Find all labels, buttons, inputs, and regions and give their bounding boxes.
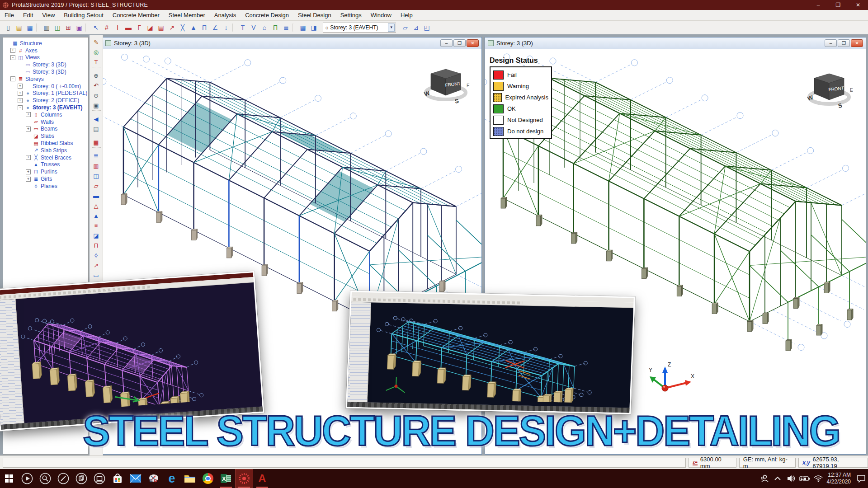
menu-item[interactable]: Settings [336,10,366,21]
tree-expand-toggle[interactable]: + [26,112,31,117]
mdi-window-title-bar[interactable]: Storey: 3 (3D) – ❐ ✕ [485,38,866,49]
tree-expand-toggle[interactable] [26,119,31,124]
search-icon[interactable] [36,469,54,488]
tree-expand-toggle[interactable] [26,141,31,146]
side-toolbar-icon[interactable]: ↗ [91,260,102,270]
tree-expand-toggle[interactable] [26,183,31,188]
tree-item[interactable]: - ◫ Views [3,54,88,61]
tree-item[interactable]: ▭ Storey: 3 (3D) [3,68,88,75]
side-toolbar-icon[interactable] [92,110,101,114]
menu-item[interactable]: Window [366,10,396,21]
side-toolbar-icon[interactable]: ⊕ [91,70,102,80]
side-toolbar-icon[interactable]: ▲ [91,211,102,221]
toolbar-icon[interactable]: ▣ [74,22,85,33]
toolbar-icon[interactable]: ↖ [90,22,101,33]
side-toolbar-icon[interactable]: ▱ [91,181,102,191]
chrome-icon[interactable] [199,469,217,488]
tree-item[interactable]: - ● Storey: 3 (EAVEHT) [3,104,88,111]
side-toolbar-icon[interactable]: ≣ [91,151,102,161]
close-button[interactable]: ✕ [848,0,868,10]
toolbar-icon[interactable]: ◰ [421,22,432,33]
menu-item[interactable]: File [0,10,19,21]
toolbar-icon[interactable]: ↓ [221,22,231,33]
toolbar-icon[interactable]: ▲ [188,22,199,33]
tree-item[interactable]: + ╳ Steel Braces [3,154,88,161]
autocad-icon[interactable]: A [253,469,271,488]
battery-icon[interactable] [798,469,811,488]
mail-icon[interactable] [127,469,145,488]
side-toolbar-icon[interactable]: ✎ [91,37,102,47]
menu-item[interactable]: Steel Design [293,10,336,21]
tree-item[interactable]: ▤ Ribbed Slabs [3,140,88,147]
side-toolbar-icon[interactable]: ◎ [91,47,102,57]
tree-expand-toggle[interactable]: + [18,91,23,96]
toolbar-icon[interactable]: T [237,22,248,33]
mdi-close-button[interactable]: ✕ [851,39,863,47]
side-toolbar-icon[interactable]: ⊙ [91,90,102,100]
tree-expand-toggle[interactable]: - [10,55,15,60]
side-toolbar-icon[interactable]: ▦ [91,137,102,147]
tree-expand-toggle[interactable]: - [10,76,15,81]
side-toolbar-icon[interactable]: ◀ [91,114,102,124]
tree-expand-toggle[interactable]: + [18,84,23,89]
side-toolbar-icon[interactable]: ◪ [91,230,102,240]
tree-expand-toggle[interactable]: + [18,98,23,103]
toolbar-icon[interactable]: ▤ [156,22,166,33]
tree-item[interactable]: + Storey: 0 ( +-0.00m) [3,83,88,90]
tree-item[interactable]: - ≣ Storeys [3,75,88,83]
side-toolbar-icon[interactable]: ▬ [91,191,102,201]
taskbar-clock[interactable]: 12:37 AM 4/22/2020 [825,472,854,485]
tree-expand-toggle[interactable] [5,41,10,46]
tree-expand-toggle[interactable] [26,134,31,139]
tree-expand-toggle[interactable]: + [26,127,31,131]
people-icon[interactable] [757,469,771,488]
toolbar-icon[interactable] [232,23,236,32]
mdi-minimize-button[interactable]: – [825,39,837,47]
tree-item[interactable]: + ● Storey: 2 (OFFICE) [3,97,88,104]
store-icon[interactable] [108,469,127,488]
tree-item[interactable]: + ● Storey: 1 (PEDESTAL) [3,90,88,97]
toolbar-icon[interactable] [85,23,90,32]
mdi-close-button[interactable]: ✕ [467,39,479,47]
start-button[interactable] [0,469,18,488]
toolbar-icon[interactable]: ▦ [297,22,308,33]
toolbar-icon[interactable]: Π [270,22,281,33]
menu-item[interactable]: View [38,10,59,21]
pen-icon[interactable] [54,469,72,488]
side-toolbar-icon[interactable]: ▤ [91,124,102,134]
mdi-restore-button[interactable]: ❐ [838,39,850,47]
side-toolbar-icon[interactable]: ▭ [91,270,102,280]
tree-item[interactable]: ◪ Slabs [3,132,88,140]
storey-selector[interactable]: o Storey: 3 (EAVEHT) ▼ [323,23,396,33]
mdi-restore-button[interactable]: ❐ [453,39,466,47]
excel-icon[interactable]: X [217,469,235,488]
side-toolbar-icon[interactable]: ◫ [91,171,102,181]
tree-item[interactable]: + # Axes [3,47,88,54]
navigation-cube[interactable]: FRONT W S E [804,70,854,110]
menu-item[interactable]: Help [396,10,417,21]
tree-item[interactable]: + ▯ Columns [3,111,88,118]
chevron-up-icon[interactable] [771,469,784,488]
tree-item[interactable]: ▭ Storey: 3 (3D) [3,61,88,68]
menu-item[interactable]: Building Setout [59,10,108,21]
volume-icon[interactable] [784,469,798,488]
toolbar-icon[interactable]: ⌂ [259,22,270,33]
restore-button[interactable]: ❐ [828,0,848,10]
toolbar-icon[interactable]: Γ [134,22,145,33]
menu-item[interactable]: Concrete Member [108,10,164,21]
menu-item[interactable]: Steel Member [164,10,210,21]
side-toolbar-icon[interactable]: ◊ [91,250,102,260]
side-toolbar-icon[interactable] [92,67,101,70]
menu-item[interactable]: Edit [19,10,38,21]
toolbar-icon[interactable]: ▱ [400,22,410,33]
toolbar-icon[interactable] [292,23,297,32]
minimize-button[interactable]: – [808,0,828,10]
toolbar-icon[interactable]: ▤ [14,22,24,33]
tree-item[interactable]: ↗ Slab Strips [3,147,88,154]
protastructure-icon[interactable] [235,469,253,488]
toolbar-icon[interactable]: Π [199,22,210,33]
toolbar-icon[interactable]: ▥ [41,22,52,33]
mdi-window-title-bar[interactable]: Storey: 3 (3D) – ❐ ✕ [103,38,481,49]
side-toolbar-icon[interactable]: ▣ [91,100,102,110]
navigation-cube[interactable]: FRONT W S E [421,66,471,105]
